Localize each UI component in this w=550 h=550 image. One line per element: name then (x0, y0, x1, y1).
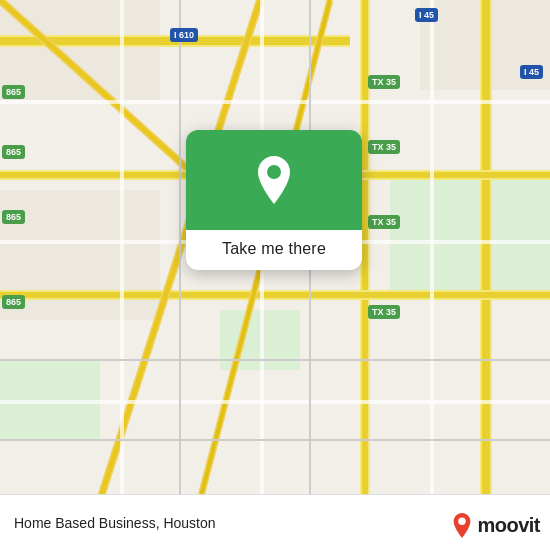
svg-rect-8 (482, 0, 490, 500)
take-me-there-button[interactable]: Take me there (222, 240, 326, 258)
svg-rect-1 (390, 170, 550, 300)
moovit-pin-icon (451, 512, 473, 538)
popup-button-area: Take me there (186, 230, 362, 270)
highway-badge-865-2: 865 (2, 145, 25, 159)
location-pin-icon (252, 154, 296, 206)
svg-point-34 (459, 518, 466, 525)
svg-rect-28 (430, 0, 434, 500)
map-container: I 45 I 610 TX 35 TX 35 TX 35 TX 35 I 45 … (0, 0, 550, 550)
moovit-logo: moovit (451, 512, 540, 538)
highway-badge-tx35-4: TX 35 (368, 305, 400, 319)
highway-badge-865-3: 865 (2, 210, 25, 224)
highway-badge-tx35-3: TX 35 (368, 215, 400, 229)
highway-badge-i45-right: I 45 (520, 65, 543, 79)
popup-card: Take me there (186, 130, 362, 270)
highway-badge-865-1: 865 (2, 85, 25, 99)
moovit-brand-text: moovit (477, 514, 540, 537)
svg-rect-14 (362, 0, 368, 500)
highway-badge-i45-top: I 45 (415, 8, 438, 22)
place-label: Home Based Business, Houston (14, 515, 216, 531)
bottom-bar: Home Based Business, Houston moovit (0, 494, 550, 550)
svg-rect-26 (120, 0, 124, 500)
svg-rect-23 (0, 100, 550, 104)
highway-badge-tx35-2: TX 35 (368, 140, 400, 154)
highway-badge-i610: I 610 (170, 28, 198, 42)
svg-point-33 (267, 165, 281, 179)
svg-rect-18 (0, 292, 550, 298)
highway-badge-865-4: 865 (2, 295, 25, 309)
svg-rect-25 (0, 400, 550, 404)
popup-header (186, 130, 362, 230)
highway-badge-tx35-1: TX 35 (368, 75, 400, 89)
